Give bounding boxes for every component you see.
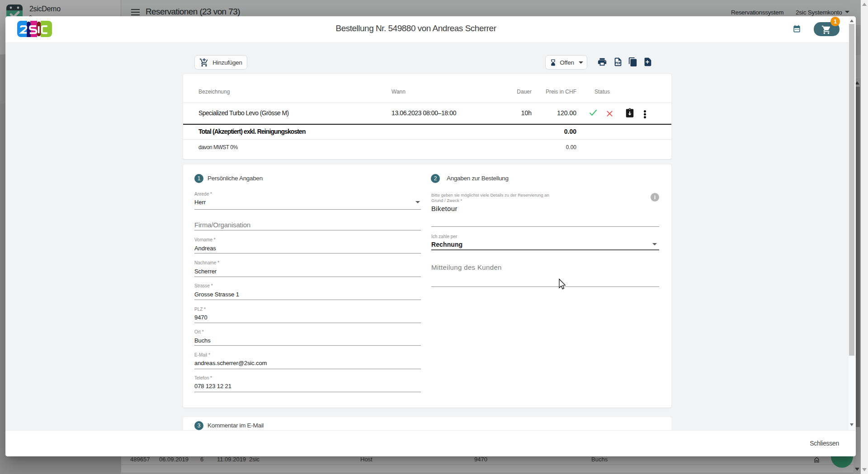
svg-text:PDF: PDF xyxy=(615,61,621,65)
